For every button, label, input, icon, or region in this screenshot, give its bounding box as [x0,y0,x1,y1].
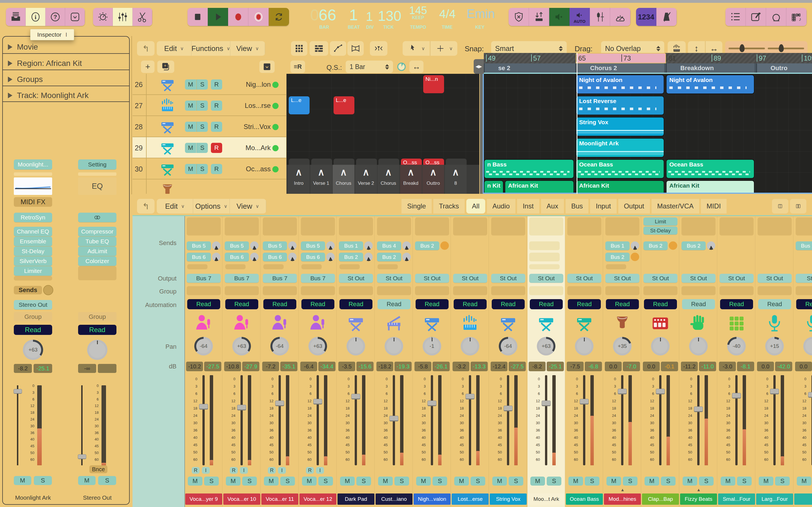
empty-send-slot[interactable] [377,264,398,269]
cycle-button[interactable] [269,8,289,26]
output-slot[interactable]: St Out [605,274,640,283]
send-knob[interactable] [441,241,449,250]
lcd-time-value[interactable]: 4/4 [438,7,457,20]
send-slot[interactable]: Bus 2 [796,241,812,250]
volume-value[interactable]: -10.2 [186,362,203,371]
scene-trigger[interactable]: ∧Outtro [422,165,444,194]
zoom-slider[interactable] [728,48,765,49]
automation-mode-button[interactable]: Read [492,299,525,309]
mute-button[interactable]: M [378,476,393,486]
solo-button[interactable]: S [623,476,638,486]
shieldx-button[interactable] [509,8,529,26]
pan-knob[interactable] [689,337,708,355]
pan-knob[interactable] [347,337,365,355]
fader-cap[interactable] [351,394,360,399]
group-slot[interactable] [567,286,601,295]
pan-knob[interactable]: +63 [232,337,251,355]
fader-cap[interactable] [694,406,703,412]
record-enable-button[interactable]: R [211,101,222,111]
empty-send-slot[interactable] [225,264,246,269]
empty-send-slot[interactable] [529,241,560,250]
mixer-view-single-button[interactable] [772,199,788,214]
automation-mode-button[interactable]: Read [758,299,791,309]
mute-button[interactable]: M [14,476,31,485]
arrange-menu-view[interactable]: View ∨ [231,41,265,56]
group-slot[interactable] [796,286,812,295]
solo-button[interactable]: S [661,476,675,486]
send-slot[interactable]: Bus 2 [644,241,668,250]
track-header-row[interactable]: 26MSRNig...lon [133,74,286,95]
scene-trigger[interactable]: ∧Verse 1 [310,165,332,194]
fader-cap[interactable] [770,389,779,394]
mute-button[interactable]: M [416,476,431,486]
solo-button[interactable]: S [509,476,523,486]
volume-value[interactable]: 0.0 [757,362,774,371]
record-enable-button[interactable]: R [211,143,222,153]
lcd-beat-value[interactable]: 1 [349,6,360,22]
automation-mode-button[interactable]: Read [377,299,410,309]
channel-name[interactable]: Voca...er 11 [261,494,298,505]
pan-knob[interactable]: +35 [613,337,631,355]
fader-cap[interactable] [656,389,665,394]
send-knob[interactable] [631,252,639,261]
automation-mode-button[interactable]: Read [78,325,116,335]
track-header-row[interactable]: 29MSRMo...Ark [133,137,286,158]
volume-value[interactable]: -5.8 [414,362,432,371]
tab-midi[interactable]: MIDI [701,199,726,214]
channel-name[interactable]: Smal...Four [718,494,755,505]
output-slot[interactable]: Bus 7 [301,274,335,283]
group-slot[interactable]: Group [14,312,52,321]
scene-trigger[interactable]: ∧8 [445,165,467,194]
pan-knob[interactable]: -64 [499,337,517,355]
group-slot[interactable] [529,286,563,295]
region[interactable]: Ocean Bass [576,159,664,179]
send-knob[interactable] [707,241,715,250]
record-enable-button[interactable]: R [306,467,314,474]
track-header-options-button[interactable] [259,61,274,73]
send-knob[interactable] [288,252,297,261]
add-track-button[interactable]: + [141,61,154,73]
send-knob[interactable] [669,241,677,250]
loop-cell[interactable]: O...ss [423,159,444,165]
fader-cap[interactable] [313,399,322,404]
count-button[interactable]: 1234 [636,8,656,26]
track-header-row[interactable]: 28MSRStri...Vox [133,116,286,137]
output-slot[interactable]: St Out [491,274,525,283]
arrange-menu-edit[interactable]: Edit ∨ [157,41,192,56]
loop-button[interactable] [766,8,786,26]
fader-cap[interactable] [732,393,741,399]
channel-name[interactable]: Voca...er 10 [223,494,260,505]
audio-fx-slot[interactable]: Colorizer [78,256,116,266]
send-knob[interactable] [288,241,297,250]
lcd-key-value[interactable]: Emin [465,7,496,20]
audio-fx-slot[interactable] [567,217,601,235]
output-slot[interactable]: St Out [377,274,411,283]
fader-cap[interactable] [389,416,398,421]
pan-knob[interactable] [651,337,670,355]
tab-inst[interactable]: Inst [517,199,539,214]
group-slot[interactable] [605,286,640,295]
send-slot[interactable]: Bus 6 [225,252,249,262]
audio-fx-slot[interactable] [415,217,449,235]
volume-value[interactable]: -12.4 [491,362,507,371]
send-slot[interactable]: Bus 2 [681,241,706,250]
region[interactable]: Night of Avalon [666,75,755,94]
pan-knob[interactable]: +15 [765,337,784,355]
group-slot[interactable] [187,286,221,295]
mute-button[interactable]: M [185,143,196,153]
channel-name[interactable] [794,494,812,505]
back-button[interactable]: ↰ [137,41,154,56]
pan-knob[interactable] [87,340,107,360]
track-setting-button[interactable]: Moonlight... [14,159,52,170]
mute-button[interactable]: M [340,476,355,486]
pan-knob[interactable]: +63 [308,337,327,355]
lcd-bar-value[interactable]: 66 [319,6,342,22]
solo-button[interactable]: S [197,164,208,174]
disclosure-triangle-icon[interactable] [8,93,12,98]
empty-send-slot[interactable] [529,264,560,269]
strip-disclosure-icon[interactable]: ▲ [619,487,626,492]
volume-value[interactable]: 0.0 [795,362,812,371]
pan-knob[interactable]: -1 [423,337,441,355]
pan-knob[interactable]: +63 [537,337,555,355]
mixer-menu-view[interactable]: View ∨ [230,199,266,214]
